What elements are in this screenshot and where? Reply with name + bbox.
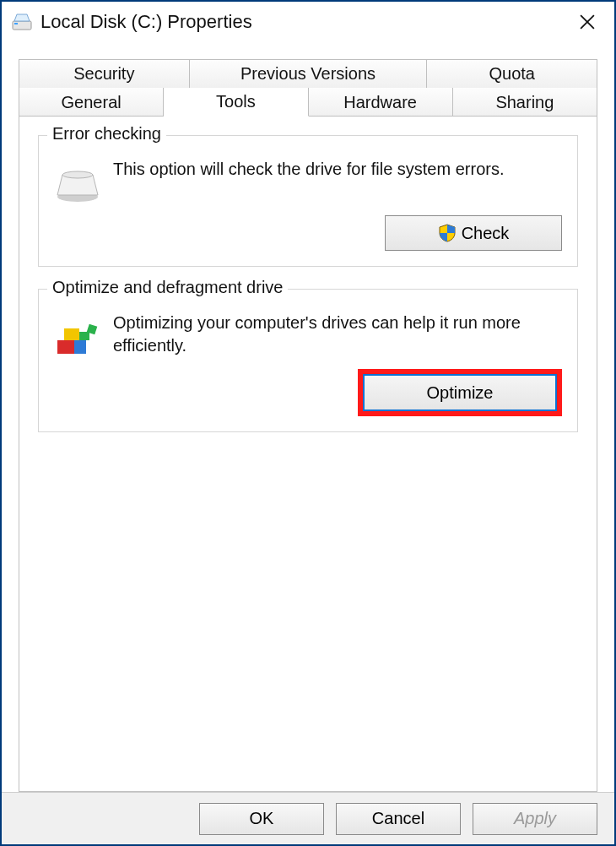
properties-dialog: Local Disk (C:) Properties Security Prev… — [0, 0, 616, 846]
close-button[interactable] — [570, 5, 604, 39]
svg-rect-0 — [13, 21, 31, 30]
optimize-group: Optimize and defragment drive Optimizing… — [38, 289, 578, 432]
error-checking-group: Error checking This option will check th… — [38, 135, 578, 267]
check-button[interactable]: Check — [385, 215, 562, 251]
tab-quota[interactable]: Quota — [427, 59, 597, 88]
optimize-highlight: Optimize — [358, 369, 562, 416]
svg-point-5 — [62, 171, 93, 178]
optimize-button-label: Optimize — [427, 383, 494, 403]
svg-rect-6 — [57, 340, 74, 354]
tab-security[interactable]: Security — [19, 59, 190, 88]
error-checking-title: Error checking — [47, 124, 166, 144]
tab-strip: Security Previous Versions Quota General… — [19, 59, 597, 117]
title-bar: Local Disk (C:) Properties — [2, 2, 614, 42]
optimize-text: Optimizing your computer's drives can he… — [113, 312, 562, 357]
cancel-button[interactable]: Cancel — [336, 803, 461, 835]
check-button-label: Check — [462, 224, 510, 243]
close-icon — [580, 14, 595, 30]
tab-previous-versions[interactable]: Previous Versions — [190, 59, 428, 88]
error-checking-text: This option will check the drive for fil… — [113, 158, 505, 181]
tab-general[interactable]: General — [19, 88, 164, 117]
tab-sharing[interactable]: Sharing — [453, 88, 597, 117]
uac-shield-icon — [438, 224, 457, 242]
ok-button[interactable]: OK — [199, 803, 324, 835]
content-area: Security Previous Versions Quota General… — [2, 42, 614, 792]
window-title: Local Disk (C:) Properties — [41, 11, 570, 33]
svg-rect-8 — [64, 328, 79, 340]
tab-hardware[interactable]: Hardware — [309, 88, 453, 117]
defrag-icon — [54, 317, 101, 357]
disk-check-icon — [54, 163, 101, 203]
optimize-button[interactable]: Optimize — [363, 374, 557, 411]
tab-tools[interactable]: Tools — [164, 88, 308, 117]
drive-icon — [12, 12, 32, 32]
tab-panel-tools: Error checking This option will check th… — [19, 116, 597, 792]
dialog-button-bar: OK Cancel Apply — [2, 792, 614, 844]
apply-button: Apply — [473, 803, 597, 835]
svg-rect-9 — [79, 332, 89, 340]
svg-rect-1 — [14, 23, 18, 24]
optimize-title: Optimize and defragment drive — [47, 278, 288, 297]
svg-rect-7 — [74, 340, 86, 354]
